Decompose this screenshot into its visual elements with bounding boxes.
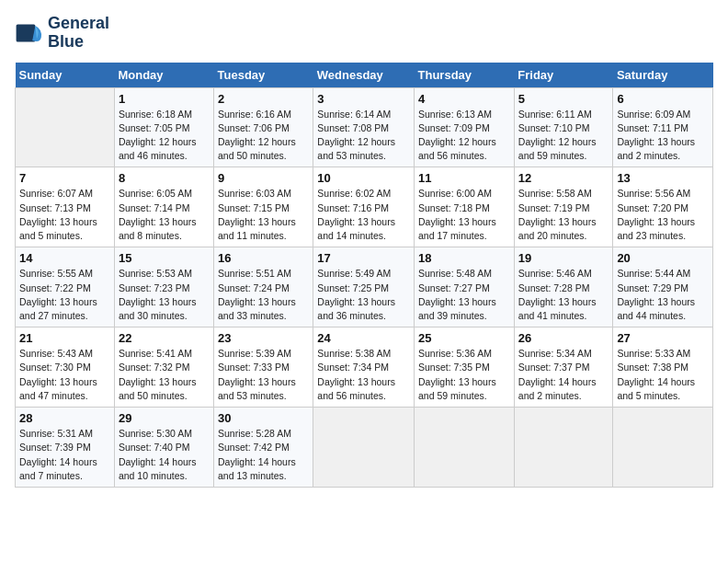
day-info: Sunrise: 5:43 AM Sunset: 7:30 PM Dayligh… bbox=[19, 347, 110, 403]
day-number: 19 bbox=[518, 251, 609, 265]
calendar-cell-w3d6: 27Sunrise: 5:33 AM Sunset: 7:38 PM Dayli… bbox=[613, 327, 713, 408]
day-number: 28 bbox=[19, 411, 110, 425]
calendar-cell-w2d4: 18Sunrise: 5:48 AM Sunset: 7:27 PM Dayli… bbox=[415, 247, 515, 327]
calendar-cell-w0d2: 2Sunrise: 6:16 AM Sunset: 7:06 PM Daylig… bbox=[214, 87, 313, 167]
calendar-cell-w1d1: 8Sunrise: 6:05 AM Sunset: 7:14 PM Daylig… bbox=[114, 167, 213, 247]
calendar-cell-w0d4: 4Sunrise: 6:13 AM Sunset: 7:09 PM Daylig… bbox=[415, 87, 515, 167]
day-info: Sunrise: 5:49 AM Sunset: 7:25 PM Dayligh… bbox=[317, 267, 410, 323]
weekday-header-saturday: Saturday bbox=[613, 63, 713, 88]
page-header: General Blue bbox=[15, 15, 713, 52]
logo-text: General Blue bbox=[48, 15, 109, 52]
day-number: 26 bbox=[518, 331, 609, 345]
calendar-cell-w4d1: 29Sunrise: 5:30 AM Sunset: 7:40 PM Dayli… bbox=[114, 408, 213, 488]
svg-rect-0 bbox=[17, 24, 36, 41]
day-info: Sunrise: 6:07 AM Sunset: 7:13 PM Dayligh… bbox=[19, 187, 110, 243]
day-number: 24 bbox=[317, 331, 410, 345]
calendar-cell-w4d2: 30Sunrise: 5:28 AM Sunset: 7:42 PM Dayli… bbox=[214, 408, 313, 488]
day-info: Sunrise: 5:55 AM Sunset: 7:22 PM Dayligh… bbox=[19, 267, 110, 323]
day-number: 17 bbox=[317, 251, 410, 265]
weekday-header-thursday: Thursday bbox=[415, 63, 515, 88]
day-info: Sunrise: 5:51 AM Sunset: 7:24 PM Dayligh… bbox=[218, 267, 309, 323]
day-number: 22 bbox=[119, 331, 210, 345]
calendar-table: SundayMondayTuesdayWednesdayThursdayFrid… bbox=[15, 63, 713, 488]
calendar-cell-w2d6: 20Sunrise: 5:44 AM Sunset: 7:29 PM Dayli… bbox=[613, 247, 713, 327]
day-number: 27 bbox=[617, 331, 709, 345]
day-info: Sunrise: 6:14 AM Sunset: 7:08 PM Dayligh… bbox=[317, 108, 410, 164]
day-number: 21 bbox=[19, 331, 110, 345]
calendar-cell-w0d3: 3Sunrise: 6:14 AM Sunset: 7:08 PM Daylig… bbox=[313, 87, 415, 167]
weekday-header-wednesday: Wednesday bbox=[313, 63, 415, 88]
day-info: Sunrise: 6:11 AM Sunset: 7:10 PM Dayligh… bbox=[518, 108, 609, 164]
day-number: 6 bbox=[617, 92, 709, 106]
day-number: 1 bbox=[119, 92, 210, 106]
day-info: Sunrise: 5:33 AM Sunset: 7:38 PM Dayligh… bbox=[617, 347, 709, 403]
calendar-cell-w4d5 bbox=[514, 408, 613, 488]
day-info: Sunrise: 6:05 AM Sunset: 7:14 PM Dayligh… bbox=[119, 187, 210, 243]
day-number: 16 bbox=[218, 251, 309, 265]
calendar-cell-w1d5: 12Sunrise: 5:58 AM Sunset: 7:19 PM Dayli… bbox=[514, 167, 613, 247]
day-number: 4 bbox=[418, 92, 510, 106]
calendar-cell-w2d1: 15Sunrise: 5:53 AM Sunset: 7:23 PM Dayli… bbox=[114, 247, 213, 327]
calendar-cell-w2d2: 16Sunrise: 5:51 AM Sunset: 7:24 PM Dayli… bbox=[214, 247, 313, 327]
calendar-cell-w4d6 bbox=[613, 408, 713, 488]
calendar-cell-w2d5: 19Sunrise: 5:46 AM Sunset: 7:28 PM Dayli… bbox=[514, 247, 613, 327]
day-info: Sunrise: 6:16 AM Sunset: 7:06 PM Dayligh… bbox=[218, 108, 309, 164]
day-number: 9 bbox=[218, 171, 309, 185]
day-info: Sunrise: 5:41 AM Sunset: 7:32 PM Dayligh… bbox=[119, 347, 210, 403]
day-number: 2 bbox=[218, 92, 309, 106]
day-number: 14 bbox=[19, 251, 110, 265]
calendar-cell-w4d4 bbox=[415, 408, 515, 488]
day-info: Sunrise: 5:58 AM Sunset: 7:19 PM Dayligh… bbox=[518, 187, 609, 243]
day-number: 5 bbox=[518, 92, 609, 106]
calendar-cell-w2d0: 14Sunrise: 5:55 AM Sunset: 7:22 PM Dayli… bbox=[16, 247, 115, 327]
day-info: Sunrise: 5:44 AM Sunset: 7:29 PM Dayligh… bbox=[617, 267, 709, 323]
weekday-header-monday: Monday bbox=[114, 63, 213, 88]
calendar-cell-w0d6: 6Sunrise: 6:09 AM Sunset: 7:11 PM Daylig… bbox=[613, 87, 713, 167]
day-number: 20 bbox=[617, 251, 709, 265]
calendar-cell-w1d6: 13Sunrise: 5:56 AM Sunset: 7:20 PM Dayli… bbox=[613, 167, 713, 247]
weekday-header-sunday: Sunday bbox=[16, 63, 115, 88]
day-info: Sunrise: 5:48 AM Sunset: 7:27 PM Dayligh… bbox=[418, 267, 510, 323]
calendar-cell-w1d2: 9Sunrise: 6:03 AM Sunset: 7:15 PM Daylig… bbox=[214, 167, 313, 247]
logo: General Blue bbox=[15, 15, 109, 52]
day-number: 18 bbox=[418, 251, 510, 265]
day-number: 12 bbox=[518, 171, 609, 185]
day-info: Sunrise: 5:36 AM Sunset: 7:35 PM Dayligh… bbox=[418, 347, 510, 403]
day-info: Sunrise: 5:38 AM Sunset: 7:34 PM Dayligh… bbox=[317, 347, 410, 403]
day-info: Sunrise: 6:09 AM Sunset: 7:11 PM Dayligh… bbox=[617, 108, 709, 164]
weekday-header-friday: Friday bbox=[514, 63, 613, 88]
calendar-cell-w1d4: 11Sunrise: 6:00 AM Sunset: 7:18 PM Dayli… bbox=[415, 167, 515, 247]
day-info: Sunrise: 5:31 AM Sunset: 7:39 PM Dayligh… bbox=[19, 427, 110, 483]
day-number: 25 bbox=[418, 331, 510, 345]
day-number: 11 bbox=[418, 171, 510, 185]
day-number: 13 bbox=[617, 171, 709, 185]
day-number: 3 bbox=[317, 92, 410, 106]
calendar-cell-w3d2: 23Sunrise: 5:39 AM Sunset: 7:33 PM Dayli… bbox=[214, 327, 313, 408]
day-info: Sunrise: 6:02 AM Sunset: 7:16 PM Dayligh… bbox=[317, 187, 410, 243]
day-number: 7 bbox=[19, 171, 110, 185]
day-info: Sunrise: 5:39 AM Sunset: 7:33 PM Dayligh… bbox=[218, 347, 309, 403]
weekday-header-tuesday: Tuesday bbox=[214, 63, 313, 88]
calendar-cell-w4d0: 28Sunrise: 5:31 AM Sunset: 7:39 PM Dayli… bbox=[16, 408, 115, 488]
calendar-cell-w1d3: 10Sunrise: 6:02 AM Sunset: 7:16 PM Dayli… bbox=[313, 167, 415, 247]
calendar-cell-w3d4: 25Sunrise: 5:36 AM Sunset: 7:35 PM Dayli… bbox=[415, 327, 515, 408]
calendar-cell-w0d0 bbox=[16, 87, 115, 167]
day-info: Sunrise: 6:13 AM Sunset: 7:09 PM Dayligh… bbox=[418, 108, 510, 164]
calendar-cell-w3d3: 24Sunrise: 5:38 AM Sunset: 7:34 PM Dayli… bbox=[313, 327, 415, 408]
calendar-cell-w0d1: 1Sunrise: 6:18 AM Sunset: 7:05 PM Daylig… bbox=[114, 87, 213, 167]
calendar-cell-w4d3 bbox=[313, 408, 415, 488]
day-info: Sunrise: 6:18 AM Sunset: 7:05 PM Dayligh… bbox=[119, 108, 210, 164]
calendar-cell-w3d1: 22Sunrise: 5:41 AM Sunset: 7:32 PM Dayli… bbox=[114, 327, 213, 408]
day-info: Sunrise: 5:46 AM Sunset: 7:28 PM Dayligh… bbox=[518, 267, 609, 323]
calendar-cell-w1d0: 7Sunrise: 6:07 AM Sunset: 7:13 PM Daylig… bbox=[16, 167, 115, 247]
day-info: Sunrise: 5:30 AM Sunset: 7:40 PM Dayligh… bbox=[119, 427, 210, 483]
day-info: Sunrise: 5:34 AM Sunset: 7:37 PM Dayligh… bbox=[518, 347, 609, 403]
logo-icon bbox=[15, 18, 44, 48]
day-number: 15 bbox=[119, 251, 210, 265]
calendar-cell-w3d0: 21Sunrise: 5:43 AM Sunset: 7:30 PM Dayli… bbox=[16, 327, 115, 408]
calendar-cell-w2d3: 17Sunrise: 5:49 AM Sunset: 7:25 PM Dayli… bbox=[313, 247, 415, 327]
day-info: Sunrise: 6:00 AM Sunset: 7:18 PM Dayligh… bbox=[418, 187, 510, 243]
day-number: 23 bbox=[218, 331, 309, 345]
calendar-cell-w0d5: 5Sunrise: 6:11 AM Sunset: 7:10 PM Daylig… bbox=[514, 87, 613, 167]
day-number: 8 bbox=[119, 171, 210, 185]
